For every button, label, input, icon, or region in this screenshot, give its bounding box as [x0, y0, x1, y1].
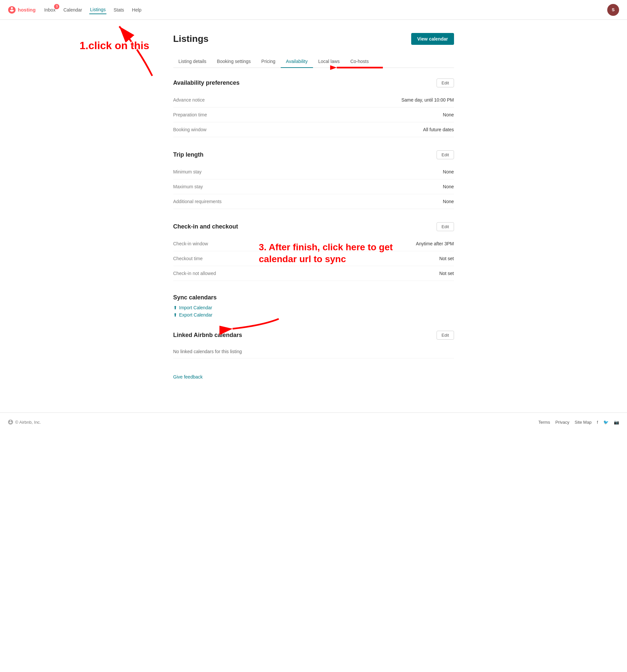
inbox-badge: 9: [54, 4, 59, 9]
airbnb-logo-icon: [8, 6, 16, 14]
user-avatar[interactable]: S: [607, 4, 619, 16]
tab-pricing[interactable]: Pricing: [256, 55, 281, 68]
availability-preferences-section: Availability preferences Edit Advance no…: [173, 78, 454, 137]
linked-calendars-edit-button[interactable]: Edit: [436, 331, 454, 340]
preparation-time-row: Preparation time None: [173, 107, 454, 122]
logo[interactable]: hosting: [8, 6, 35, 14]
tab-local-laws[interactable]: Local laws: [313, 55, 345, 68]
sync-calendars-title: Sync calendars: [173, 294, 454, 301]
tab-availability[interactable]: Availability: [281, 55, 313, 68]
preparation-time-value: None: [443, 112, 454, 117]
availability-edit-button[interactable]: Edit: [436, 78, 454, 87]
checkin-not-allowed-value: Not set: [439, 271, 454, 276]
footer-terms-link[interactable]: Terms: [538, 420, 550, 425]
footer-privacy-link[interactable]: Privacy: [555, 420, 569, 425]
linked-calendars-title: Linked Airbnb calendars: [173, 332, 242, 339]
page-header: Listings View calendar: [173, 33, 454, 45]
additional-requirements-row: Additional requirements None: [173, 194, 454, 209]
availability-section-title: Availability preferences: [173, 79, 240, 87]
navbar: hosting Inbox 9 Calendar Listings Stats …: [0, 0, 627, 20]
nav-stats-link[interactable]: Stats: [113, 6, 125, 14]
minimum-stay-row: Minimum stay None: [173, 165, 454, 179]
checkout-time-value: Not set: [439, 256, 454, 261]
availability-section-header: Availability preferences Edit: [173, 78, 454, 87]
minimum-stay-label: Minimum stay: [173, 169, 202, 174]
footer-copyright: © Airbnb, Inc.: [15, 420, 41, 425]
checkin-header: Check-in and checkout Edit: [173, 222, 454, 231]
annotation-text-1: 1.click on this: [80, 40, 150, 52]
footer-left: © Airbnb, Inc.: [8, 419, 41, 425]
booking-window-row: Booking window All future dates: [173, 122, 454, 137]
nav-help-link[interactable]: Help: [131, 6, 142, 14]
tabs: Listing details Booking settings Pricing…: [173, 55, 454, 68]
maximum-stay-value: None: [443, 184, 454, 189]
checkin-edit-button[interactable]: Edit: [436, 222, 454, 231]
footer: © Airbnb, Inc. Terms Privacy Site Map f …: [0, 412, 627, 431]
export-calendar-link[interactable]: ⬆ Export Calendar: [173, 312, 454, 317]
checkout-time-label: Checkout time: [173, 256, 203, 261]
maximum-stay-label: Maximum stay: [173, 184, 203, 189]
logo-text: hosting: [18, 7, 35, 13]
booking-window-value: All future dates: [423, 127, 454, 132]
export-icon: ⬆: [173, 312, 177, 317]
tab-listing-details[interactable]: Listing details: [173, 55, 212, 68]
advance-notice-value: Same day, until 10:00 PM: [401, 97, 454, 102]
trip-length-header: Trip length Edit: [173, 150, 454, 159]
trip-length-section: Trip length Edit Minimum stay None Maxim…: [173, 150, 454, 209]
nav-listings-link[interactable]: Listings: [89, 6, 106, 14]
booking-window-label: Booking window: [173, 127, 207, 132]
additional-requirements-value: None: [443, 199, 454, 204]
tab-booking-settings[interactable]: Booking settings: [211, 55, 256, 68]
annotation-text-3: 3. After finish, click here to get calen…: [259, 241, 424, 265]
import-icon: ⬆: [173, 305, 177, 310]
preparation-time-label: Preparation time: [173, 112, 207, 117]
nav-inbox-link[interactable]: Inbox 9: [44, 6, 56, 14]
tab-co-hosts[interactable]: Co-hosts: [345, 55, 374, 68]
linked-calendars-header: Linked Airbnb calendars Edit: [173, 331, 454, 340]
footer-twitter-icon[interactable]: 🐦: [603, 420, 608, 425]
nav-links: Inbox 9 Calendar Listings Stats Help: [44, 6, 142, 14]
footer-instagram-icon[interactable]: 📷: [614, 420, 619, 425]
sync-calendars-section: 3. After finish, click here to get calen…: [173, 294, 454, 317]
nav-calendar-link[interactable]: Calendar: [62, 6, 83, 14]
maximum-stay-row: Maximum stay None: [173, 179, 454, 194]
checkin-title: Check-in and checkout: [173, 223, 238, 230]
page-title: Listings: [173, 33, 208, 44]
no-linked-message: No linked calendars for this listing: [173, 345, 454, 358]
linked-calendars-section: Linked Airbnb calendars Edit No linked c…: [173, 331, 454, 358]
trip-length-edit-button[interactable]: Edit: [436, 150, 454, 159]
checkin-not-allowed-row: Check-in not allowed Not set: [173, 266, 454, 281]
trip-length-title: Trip length: [173, 151, 204, 158]
checkin-window-label: Check-in window: [173, 241, 208, 246]
footer-logo-icon: [8, 419, 13, 425]
minimum-stay-value: None: [443, 169, 454, 174]
view-calendar-button[interactable]: View calendar: [411, 33, 454, 45]
checkin-not-allowed-label: Check-in not allowed: [173, 271, 216, 276]
page-content: 1.click on this Listings View calendar 2…: [166, 20, 462, 393]
advance-notice-row: Advance notice Same day, until 10:00 PM: [173, 93, 454, 107]
footer-sitemap-link[interactable]: Site Map: [575, 420, 592, 425]
give-feedback-link[interactable]: Give feedback: [173, 374, 203, 380]
additional-requirements-label: Additional requirements: [173, 199, 222, 204]
advance-notice-label: Advance notice: [173, 97, 205, 102]
footer-facebook-icon[interactable]: f: [597, 420, 598, 425]
import-calendar-link[interactable]: ⬆ Import Calendar: [173, 305, 454, 310]
footer-right: Terms Privacy Site Map f 🐦 📷: [538, 420, 619, 425]
